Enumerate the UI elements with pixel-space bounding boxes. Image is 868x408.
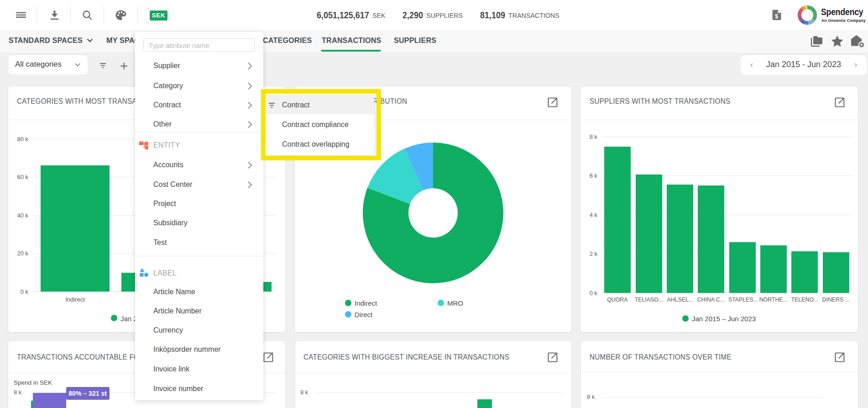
svg-text:$: $ [775, 13, 778, 20]
